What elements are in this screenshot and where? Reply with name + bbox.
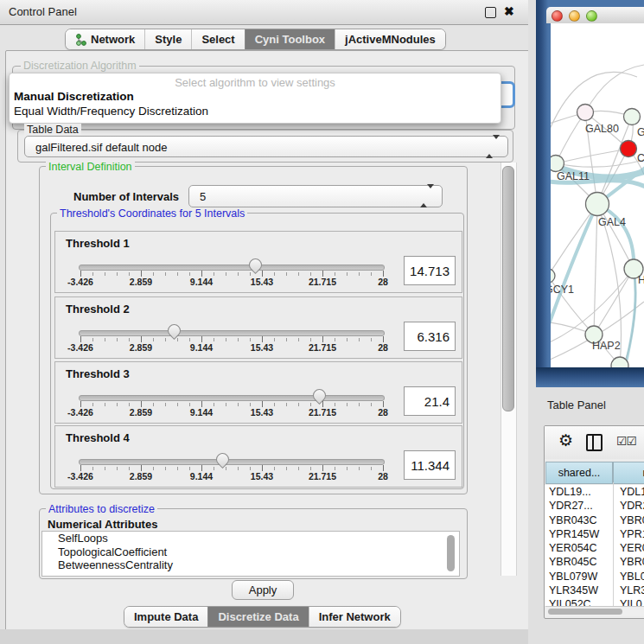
- tab-cyni-toolbox[interactable]: Cyni Toolbox: [245, 29, 335, 49]
- window-title: Control Panel: [9, 5, 77, 18]
- column-header-shared-name[interactable]: shared...: [545, 462, 613, 484]
- major-tick: [141, 271, 142, 277]
- tab-discretize-data[interactable]: Discretize Data: [207, 607, 308, 627]
- apply-button[interactable]: Apply: [232, 580, 294, 600]
- label-gcy1: GCY1: [551, 284, 574, 296]
- tab-network[interactable]: Network: [66, 29, 144, 49]
- major-tick: [262, 465, 263, 471]
- tab-style[interactable]: Style: [144, 29, 191, 49]
- slider-thumb[interactable]: [165, 322, 183, 340]
- number-of-intervals-combobox[interactable]: 5: [188, 185, 443, 207]
- table-row[interactable]: YBL079WYBL0: [545, 570, 644, 583]
- threshold-4-value-input[interactable]: [404, 450, 456, 480]
- tick-label: 15.43: [251, 277, 273, 287]
- threshold-1-slider-track[interactable]: [79, 265, 385, 271]
- checkbox-select-icons[interactable]: ☑☑: [616, 434, 636, 448]
- window-close-button[interactable]: [552, 10, 563, 22]
- label-partial-mid: H: [638, 274, 644, 286]
- threshold-2-label: Threshold 2: [66, 303, 130, 316]
- table-row[interactable]: YDL19...YDL1: [545, 485, 644, 499]
- table-data-combobox[interactable]: galFiltered.sif default node: [24, 136, 508, 157]
- settings-scrollbar-thumb[interactable]: [502, 166, 514, 411]
- attribute-item-selfloops[interactable]: SelfLoops: [42, 532, 459, 545]
- table-panel-title: Table Panel: [547, 399, 606, 411]
- slider-thumb[interactable]: [214, 450, 232, 469]
- major-tick: [141, 336, 142, 342]
- control-panel-tabs: Network Style Select Cyni Toolbox jActiv…: [65, 29, 446, 50]
- tick-label: 21.715: [309, 407, 336, 418]
- algorithm-dropdown-popup: Select algorithm to view settings Manual…: [9, 73, 501, 124]
- tab-infer-network-label: Infer Network: [319, 610, 391, 623]
- table-row[interactable]: YBR045CYBR0: [545, 555, 644, 569]
- network-icon: [75, 34, 86, 46]
- network-window-titlebar[interactable]: [546, 7, 644, 23]
- table-row[interactable]: YLR345WYLR3: [545, 583, 644, 597]
- slider-tick-marks: [80, 403, 384, 406]
- network-canvas[interactable]: GAL80 G C GAL11 GAL4 GCY1 H HAP2: [551, 23, 644, 367]
- close-icon[interactable]: ✖: [504, 4, 514, 18]
- control-panel-titlebar: Control Panel ✖: [0, 0, 536, 25]
- threshold-4-slider-track[interactable]: [79, 459, 385, 465]
- table-row[interactable]: YER054CYER0: [545, 541, 644, 555]
- tick-label: 2.859: [130, 471, 152, 481]
- attribute-item-topologicalcoefficient[interactable]: TopologicalCoefficient: [42, 545, 459, 559]
- window-minimize-button[interactable]: [569, 10, 580, 22]
- cell-shared-name: YPR145W: [545, 527, 615, 541]
- threshold-3-slider-track[interactable]: [79, 395, 385, 401]
- tick-label: -3.426: [67, 342, 93, 353]
- horizontal-scrollbar-track[interactable]: [545, 606, 644, 616]
- major-tick: [262, 271, 263, 277]
- float-window-icon[interactable]: [485, 7, 496, 18]
- table-row[interactable]: YBR043CYBR0: [545, 513, 644, 527]
- node-partial-top[interactable]: [624, 109, 641, 125]
- number-of-intervals-label: Number of Intervals: [73, 190, 179, 203]
- attributes-scrollbar-thumb[interactable]: [447, 535, 455, 571]
- major-tick: [383, 336, 384, 342]
- tab-infer-network[interactable]: Infer Network: [309, 607, 400, 627]
- node-gal11[interactable]: [551, 156, 564, 172]
- threshold-2-value-input[interactable]: [404, 322, 456, 351]
- threshold-3-value-input[interactable]: [404, 386, 456, 416]
- gear-icon[interactable]: ⚙: [558, 430, 573, 450]
- horizontal-scrollbar-thumb[interactable]: [548, 609, 622, 615]
- tab-impute-data[interactable]: Impute Data: [124, 607, 207, 627]
- algorithm-hint: Select algorithm to view settings: [10, 76, 501, 89]
- major-tick: [322, 401, 323, 407]
- tab-jactivemnodules[interactable]: jActiveMNodules: [335, 29, 445, 49]
- columns-icon[interactable]: [586, 434, 603, 451]
- tick-label: 9.144: [190, 277, 213, 287]
- slider-tick-marks: [80, 467, 384, 470]
- node-gcy1[interactable]: [551, 269, 555, 283]
- node-gal4[interactable]: [586, 193, 609, 216]
- label-gal80: GAL80: [585, 123, 619, 135]
- major-tick: [262, 401, 263, 407]
- node-gal80[interactable]: [577, 105, 594, 121]
- attribute-item-betweennesscentrality[interactable]: BetweennessCentrality: [42, 558, 459, 572]
- cell-shared-name: YDL19...: [545, 485, 615, 499]
- tick-label: 21.715: [309, 342, 336, 353]
- number-of-intervals-value: 5: [200, 190, 206, 203]
- table-row[interactable]: YIL052CYIL0: [545, 597, 644, 606]
- slider-tick-marks: [80, 272, 384, 276]
- slider-tick-marks: [80, 338, 384, 341]
- algorithm-option-equal-width[interactable]: Equal Width/Frequency Discretization: [14, 105, 208, 118]
- tab-discretize-data-label: Discretize Data: [218, 610, 298, 623]
- cell-shared-name: YDR27...: [545, 499, 615, 513]
- slider-thumb[interactable]: [310, 386, 328, 405]
- table-row[interactable]: YDR27...YDR2: [545, 499, 644, 513]
- tab-select[interactable]: Select: [191, 29, 244, 49]
- column-header-name[interactable]: n: [613, 462, 644, 484]
- threshold-2-slider-track[interactable]: [79, 330, 385, 336]
- label-hap2: HAP2: [592, 340, 621, 352]
- label-partial-top: G: [637, 126, 644, 138]
- tick-label: 15.43: [251, 342, 273, 353]
- tick-label: 2.859: [130, 407, 152, 418]
- major-tick: [383, 401, 384, 407]
- node-red-selected[interactable]: [621, 141, 637, 157]
- major-tick: [141, 465, 142, 471]
- table-row[interactable]: YPR145WYPR1: [545, 527, 644, 541]
- algorithm-option-manual[interactable]: Manual Discretization: [14, 90, 134, 103]
- window-zoom-button[interactable]: [586, 10, 597, 22]
- major-tick: [201, 465, 202, 471]
- threshold-1-value-input[interactable]: [404, 256, 456, 285]
